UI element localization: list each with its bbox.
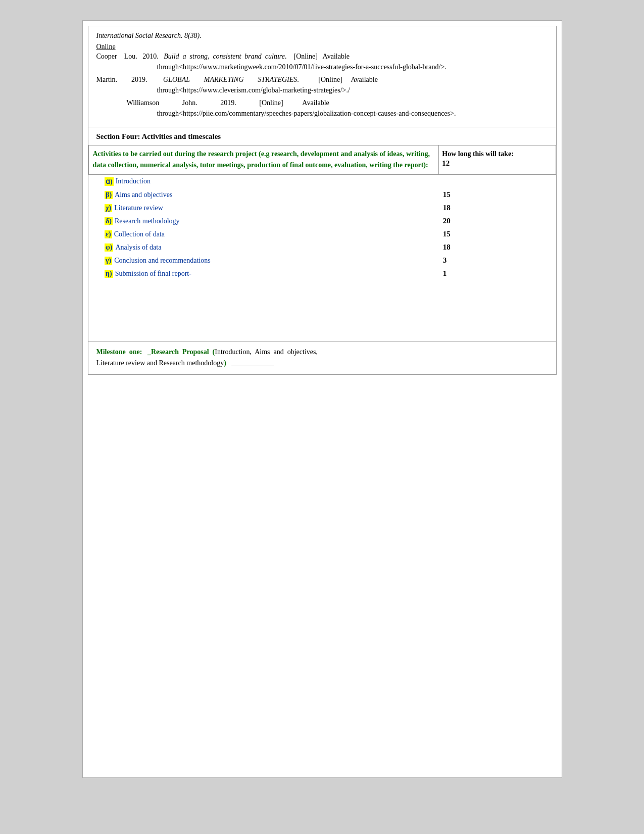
activity-time-conclusion: 3 bbox=[439, 254, 556, 267]
milestone-blank: ____________ bbox=[231, 358, 274, 369]
table-row: δ) Research methodology 20 bbox=[88, 215, 556, 228]
ref1-year: Lou. 2010. bbox=[124, 53, 162, 60]
ref3-url: through<https://piie.com/commentary/spee… bbox=[127, 110, 456, 117]
ref3-name: John. bbox=[182, 99, 197, 107]
ref1-title: Build a strong, consistent brand culture bbox=[164, 53, 285, 60]
references-section: International Social Research. 8(38). On… bbox=[88, 26, 557, 127]
ref2: Martin. 2019. GLOBAL MARKETING STRATEGIE… bbox=[96, 74, 548, 95]
ref3: Williamson John. 2019. [Online] Availabl… bbox=[96, 97, 548, 119]
activity-text-aims: Aims and objectives bbox=[115, 191, 172, 199]
activity-text-submission: Submission of final report- bbox=[115, 270, 191, 278]
activity-text-analysis: Analysis of data bbox=[115, 243, 161, 252]
ref3-author: Williamson bbox=[96, 99, 160, 107]
activity-label: β) Aims and objectives bbox=[105, 191, 435, 199]
activity-time-aims: 15 bbox=[439, 188, 556, 202]
activity-time-submission: 1 bbox=[439, 267, 556, 280]
spacer-row bbox=[88, 280, 556, 341]
activity-time-intro bbox=[439, 174, 556, 188]
ref2-title: GLOBAL MARKETING STRATEGIES bbox=[163, 76, 297, 83]
online-label: Online bbox=[96, 43, 548, 51]
greek-eta: η) bbox=[105, 270, 113, 278]
ref3-year: 2019. bbox=[220, 99, 236, 107]
activities-table-wrapper: Activities to be carried out during the … bbox=[88, 145, 557, 341]
table-row: φ) Analysis of data 18 bbox=[88, 241, 556, 254]
milestone-bold-start: Milestone one: _Research Proposal ( bbox=[96, 348, 215, 356]
activity-time-collection: 15 bbox=[439, 228, 556, 241]
greek-beta: β) bbox=[105, 191, 113, 199]
greek-phi: φ) bbox=[105, 243, 113, 252]
milestone-bold-end: ) bbox=[224, 359, 226, 367]
activity-time-analysis: 18 bbox=[439, 241, 556, 254]
how-long-label: How long this will take: bbox=[442, 149, 551, 159]
activity-time-research: 20 bbox=[439, 215, 556, 228]
ref2-url: through<https://www.cleverism.com/global… bbox=[127, 86, 350, 94]
section-four-header: Section Four: Activities and timescales bbox=[88, 127, 557, 145]
activities-body: ɑ) Introduction β) Aims and objectives bbox=[88, 174, 556, 341]
activity-label: ɑ) Introduction bbox=[105, 177, 435, 186]
greek-epsilon: ε) bbox=[105, 230, 112, 238]
activities-header-left: Activities to be carried out during the … bbox=[88, 145, 439, 175]
activity-label: φ) Analysis of data bbox=[105, 243, 435, 252]
activity-text-intro: Introduction bbox=[116, 177, 151, 185]
ref1-author: Cooper bbox=[96, 53, 117, 60]
table-row: ε) Collection of data 15 bbox=[88, 228, 556, 241]
milestone-line2: Literature review and Research methodolo… bbox=[96, 359, 224, 367]
ref2-author: Martin. bbox=[96, 76, 118, 83]
ref1-url: through<https://www.marketingweek.com/20… bbox=[127, 63, 447, 71]
greek-chi: χ) bbox=[105, 204, 112, 212]
milestone-normal: Introduction, Aims and objectives, bbox=[215, 348, 318, 356]
activity-text-conclusion: Conclusion and recommendations bbox=[114, 257, 211, 265]
activity-text-research: Research methodology bbox=[115, 217, 180, 225]
ref2-year: 2019. bbox=[131, 76, 147, 83]
table-row: ɑ) Introduction bbox=[88, 174, 556, 188]
activities-table: Activities to be carried out during the … bbox=[88, 145, 556, 341]
activity-text-lit: Literature review bbox=[114, 204, 163, 212]
table-row: β) Aims and objectives 15 bbox=[88, 188, 556, 202]
header-time-value: 12 bbox=[442, 159, 551, 168]
intro-line: International Social Research. 8(38). bbox=[96, 30, 548, 41]
greek-gamma: γ) bbox=[105, 257, 112, 265]
activity-text-collection: Collection of data bbox=[114, 230, 165, 238]
activity-label: ε) Collection of data bbox=[105, 230, 435, 238]
page: International Social Research. 8(38). On… bbox=[82, 20, 562, 778]
table-row: η) Submission of final report- 1 bbox=[88, 267, 556, 280]
milestone-text: Milestone one: _Research Proposal (Intro… bbox=[96, 347, 548, 369]
milestone-section: Milestone one: _Research Proposal (Intro… bbox=[88, 341, 557, 375]
table-row: χ) Literature review 18 bbox=[88, 202, 556, 215]
activity-label: η) Submission of final report- bbox=[105, 270, 435, 278]
activity-label: γ) Conclusion and recommendations bbox=[105, 257, 435, 265]
activity-label: χ) Literature review bbox=[105, 204, 435, 212]
activity-label: δ) Research methodology bbox=[105, 217, 435, 225]
activities-header-right: How long this will take: 12 bbox=[439, 145, 556, 175]
activity-time-lit: 18 bbox=[439, 202, 556, 215]
table-row: γ) Conclusion and recommendations 3 bbox=[88, 254, 556, 267]
ref1: Cooper Lou. 2010. Build a strong, consis… bbox=[96, 51, 548, 72]
greek-alpha: ɑ) bbox=[105, 177, 114, 186]
greek-delta: δ) bbox=[105, 217, 113, 225]
